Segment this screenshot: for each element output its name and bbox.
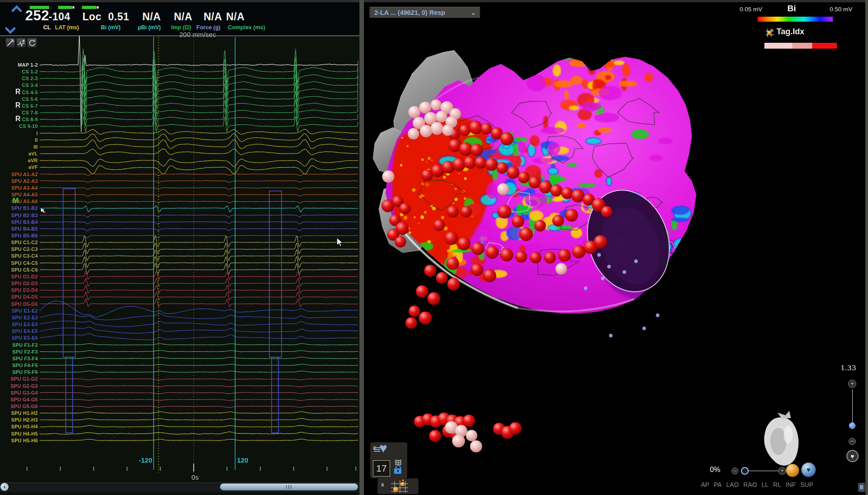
app-window: 252 -104 Loc 0.51 N/A N/A N/A N/A CL LAT… <box>0 0 868 495</box>
orientation-buttons: APPALAORAOLLRLINFSUP <box>701 481 813 488</box>
tag-index-colorbar <box>764 43 837 49</box>
orientation-button-rao[interactable]: RAO <box>743 481 757 488</box>
orientation-button-ll[interactable]: LL <box>762 481 769 488</box>
opacity-plus-button[interactable]: + <box>778 467 786 475</box>
orientation-button-rl[interactable]: RL <box>773 481 781 488</box>
opacity-slider-thumb[interactable] <box>741 467 749 475</box>
heart-view-button[interactable]: ♥ <box>801 463 816 477</box>
opacity-value: 0% <box>710 466 720 474</box>
zoom-out-button[interactable]: – <box>849 438 856 445</box>
center-heart-button[interactable]: ♥ <box>846 450 859 462</box>
tag-index-icon <box>765 28 775 38</box>
zoom-value: 1.33 <box>841 364 860 372</box>
mouse-cursor <box>337 238 343 246</box>
visible-points-count[interactable]: 17 <box>373 460 390 477</box>
tag-index-label: Tag.Idx <box>777 27 804 36</box>
tag-grid-icon[interactable] <box>389 479 409 494</box>
orientation-button-lao[interactable]: LAO <box>726 481 739 488</box>
voltage-colorbar[interactable] <box>758 17 833 22</box>
close-icon[interactable]: x <box>381 482 384 487</box>
zoom-slider-track[interactable] <box>852 389 853 422</box>
orientation-button-ap[interactable]: AP <box>701 481 709 488</box>
opacity-slider-track[interactable] <box>747 471 779 471</box>
minimized-panel-icon[interactable] <box>858 483 865 492</box>
zoom-in-button[interactable]: + <box>848 380 856 388</box>
orientation-button-sup[interactable]: SUP <box>800 481 813 488</box>
mini-heart-model <box>764 411 798 466</box>
heart-map-rendering <box>0 0 868 495</box>
colorbar-max-label: 0.50 mV <box>830 6 852 13</box>
zoom-slider-thumb[interactable] <box>849 422 855 429</box>
orientation-button-inf[interactable]: INF <box>786 481 796 488</box>
colorbar-title: Bi <box>787 4 796 14</box>
colorbar-min-label: 0.05 mV <box>740 6 762 13</box>
chevron-down-icon: ⌄ <box>471 7 476 18</box>
sphere-view-button[interactable] <box>786 464 799 477</box>
flying-heart-icon[interactable]: ♥ <box>379 441 387 456</box>
map-selector-dropdown[interactable]: 2-LA ... (49621, 0) Resp⌄ <box>369 7 480 18</box>
lock-icon[interactable] <box>394 468 401 474</box>
map-tools-panel: x ♥ 17 <box>370 442 407 478</box>
tag-display-panel: x <box>377 478 418 494</box>
orientation-button-pa[interactable]: PA <box>714 481 722 488</box>
opacity-minus-button[interactable]: – <box>732 468 738 474</box>
